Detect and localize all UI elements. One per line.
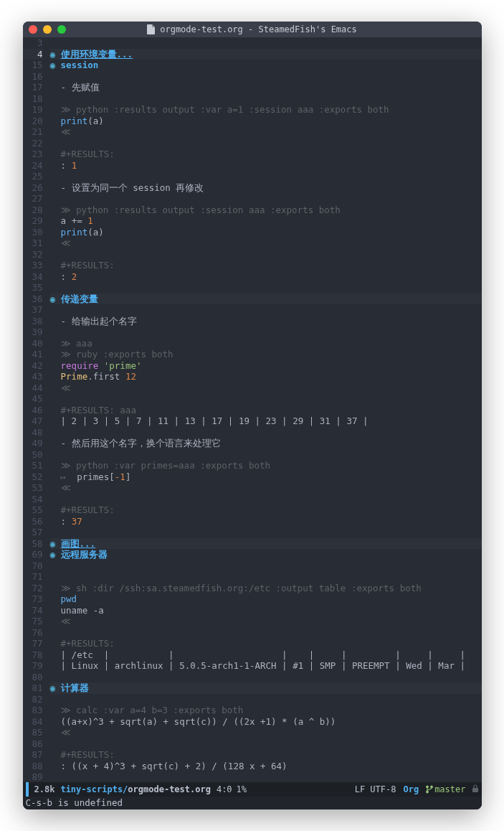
major-mode: Org [403,784,419,794]
code-line[interactable] [50,771,482,782]
editor[interactable]: 3415161718192021222324252627282930313233… [23,37,482,782]
code-line[interactable]: uname -a [50,605,482,616]
modeline-accent [26,782,29,797]
code-line[interactable] [50,249,482,260]
titlebar: orgmode-test.org - SteamedFish's Emacs [23,22,482,37]
code-line[interactable]: #+RESULTS: aaa [50,405,482,416]
code-line[interactable] [50,327,482,338]
code-line[interactable]: ◉ 使用环境变量... [50,49,482,60]
cursor-position: 4:0 [217,784,232,794]
code-line[interactable] [50,193,482,205]
lock-icon [472,784,479,795]
code-line[interactable]: #+RESULTS: [50,260,482,271]
code-area[interactable]: ◉ 使用环境变量...◉ session - 先赋值 ≫ python :res… [49,37,482,782]
code-line[interactable] [50,560,482,572]
code-line[interactable]: ≪ [50,727,482,738]
code-line[interactable]: | /etc | | | | | | | | [50,649,482,661]
code-line[interactable] [50,738,482,750]
code-line[interactable]: ≪ [50,382,482,394]
code-line[interactable]: ≪ [50,482,482,494]
code-line[interactable] [50,571,482,583]
code-line[interactable] [50,71,482,83]
code-line[interactable]: #+RESULTS: [50,638,482,649]
code-line[interactable]: : 1 [50,160,482,172]
window-title: orgmode-test.org - SteamedFish's Emacs [23,24,482,34]
svg-rect-0 [472,788,478,792]
code-line[interactable]: - 给输出起个名字 [50,316,482,327]
code-line[interactable]: ◉ session [50,60,482,71]
code-line[interactable] [50,171,482,182]
code-line[interactable] [50,672,482,683]
code-line[interactable]: ≫ python :results output :session aaa :e… [50,205,482,216]
code-line[interactable]: ≪ [50,616,482,627]
code-line[interactable]: ◉ 远程服务器 [50,549,482,560]
code-line[interactable] [50,627,482,639]
code-line[interactable]: ◉ 计算器 [50,682,482,694]
code-line[interactable] [50,37,482,49]
code-line[interactable] [50,427,482,438]
code-line[interactable]: Prime.first 12 [50,371,482,382]
code-line[interactable] [50,138,482,149]
code-line[interactable] [50,93,482,105]
code-line[interactable]: | 2 | 3 | 5 | 7 | 11 | 13 | 17 | 19 | 23… [50,416,482,427]
code-line[interactable]: ((a+x)^3 + sqrt(a) + sqrt(c)) / ((2x +1)… [50,716,482,728]
code-line[interactable]: require 'prime' [50,360,482,372]
code-line[interactable]: ≫ python :var primes=aaa :exports both [50,460,482,471]
vcs-branch: master [426,784,465,794]
file-icon [147,24,156,34]
git-branch-icon [426,785,433,794]
code-line[interactable]: ≪ [50,238,482,249]
code-line[interactable]: ≫ sh :dir /ssh:sa.steamedfish.org:/etc :… [50,583,482,594]
buffer-file: orgmode-test.org [128,784,211,794]
code-line[interactable]: pwd [50,593,482,605]
code-line[interactable] [50,694,482,705]
code-line[interactable]: a += 1 [50,215,482,227]
code-line[interactable] [50,393,482,405]
buffer-size: 2.8k [34,784,55,794]
code-line[interactable]: ◉ 传递变量 [50,294,482,305]
code-line[interactable]: #+RESULTS: [50,149,482,160]
code-line[interactable]: ≫ calc :var a=4 b=3 :exports both [50,705,482,716]
code-line[interactable] [50,494,482,505]
code-line[interactable] [50,304,482,316]
buffer-path: tiny-scripts/ [60,784,128,794]
code-line[interactable] [50,527,482,538]
code-line[interactable]: ≫ aaa [50,338,482,349]
emacs-window: orgmode-test.org - SteamedFish's Emacs 3… [23,22,482,809]
code-line[interactable]: print(a) [50,227,482,238]
code-line[interactable]: - 设置为同一个 session 再修改 [50,182,482,194]
code-line[interactable]: #+RESULTS: [50,504,482,516]
code-line[interactable]: : 37 [50,516,482,527]
code-line[interactable] [50,449,482,461]
code-line[interactable]: ◉ 画图... [50,538,482,550]
line-number-gutter: 3415161718192021222324252627282930313233… [23,37,49,782]
minibuffer: C-s-b is undefined [23,797,482,809]
code-line[interactable] [50,282,482,294]
encoding: LF UTF-8 [355,784,396,794]
code-line[interactable]: : ((x + 4)^3 + sqrt(c) + 2) / (128 x + 6… [50,761,482,772]
scroll-percent: 1% [237,784,247,794]
code-line[interactable]: ↦ primes[-1] [50,471,482,483]
code-line[interactable]: print(a) [50,116,482,127]
code-line[interactable]: ≪ [50,126,482,138]
code-line[interactable]: ≫ python :results output :var a=1 :sessi… [50,104,482,116]
code-line[interactable]: ≫ ruby :exports both [50,349,482,360]
code-line[interactable]: | Linux | archlinux | 5.0.5-arch1-1-ARCH… [50,660,482,672]
code-line[interactable]: - 先赋值 [50,82,482,93]
code-line[interactable]: #+RESULTS: [50,749,482,761]
code-line[interactable]: : 2 [50,271,482,283]
modeline: 2.8k tiny-scripts/orgmode-test.org 4:0 1… [23,782,482,797]
code-line[interactable]: - 然后用这个名字，换个语言来处理它 [50,438,482,449]
